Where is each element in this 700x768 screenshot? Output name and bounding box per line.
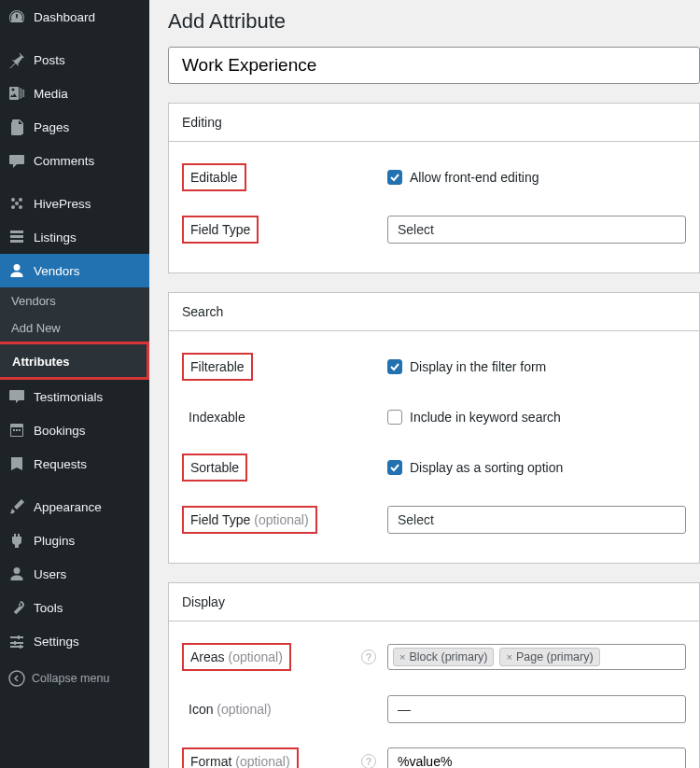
sidebar-item-label: Vendors — [34, 264, 80, 278]
user-icon — [7, 565, 26, 583]
label-icon: Icon (optional) — [182, 697, 278, 721]
format-input[interactable] — [387, 747, 686, 768]
panel-header-editing: Editing — [169, 104, 699, 142]
svg-point-3 — [19, 205, 22, 209]
sidebar-item-label: Testimonials — [34, 390, 103, 404]
collapse-icon — [7, 669, 26, 688]
sidebar-item-label: Pages — [34, 120, 69, 134]
submenu-item-vendors[interactable]: Vendors — [0, 287, 149, 314]
page-title: Add Attribute — [168, 9, 700, 34]
submenu-item-attributes[interactable]: Attributes — [1, 348, 145, 375]
collapse-menu[interactable]: Collapse menu — [0, 662, 149, 695]
tag-remove-icon[interactable]: × — [506, 651, 511, 663]
areas-tag-input[interactable]: ×Block (primary) ×Page (primary) — [387, 644, 686, 670]
sidebar-item-vendors[interactable]: Vendors — [0, 254, 149, 287]
label-editable: Editable — [182, 163, 246, 191]
listings-icon — [7, 228, 26, 246]
select-field-type-editing[interactable]: Select — [387, 216, 686, 244]
sidebar-item-bookings[interactable]: Bookings — [0, 413, 149, 447]
sidebar-item-label: Bookings — [34, 424, 86, 438]
pin-icon — [7, 50, 26, 69]
submenu-item-add-new[interactable]: Add New — [0, 314, 149, 342]
main-content: Add Attribute Editing Editable Allow fro… — [149, 0, 700, 768]
sidebar-item-appearance[interactable]: Appearance — [0, 490, 149, 524]
select-value: — — [398, 702, 411, 717]
panel-editing: Editing Editable Allow front-end editing… — [168, 103, 700, 273]
panel-header-display: Display — [169, 583, 699, 621]
sidebar-item-settings[interactable]: Settings — [0, 624, 149, 658]
requests-icon — [7, 454, 26, 473]
calendar-icon — [7, 421, 26, 440]
attribute-title-input[interactable] — [168, 47, 700, 84]
sidebar-item-label: Dashboard — [34, 10, 95, 24]
collapse-label: Collapse menu — [32, 672, 109, 685]
checkbox-indexable-label: Include in keyword search — [410, 410, 561, 425]
sidebar-item-listings[interactable]: Listings — [0, 220, 149, 254]
wrench-icon — [7, 598, 26, 617]
label-field-type-search: Field Type (optional) — [182, 506, 317, 534]
select-icon[interactable]: — — [387, 695, 686, 723]
sidebar-item-label: Comments — [34, 154, 94, 168]
select-value: Select — [398, 512, 434, 527]
sidebar-item-pages[interactable]: Pages — [0, 110, 149, 144]
tag-remove-icon[interactable]: × — [399, 651, 405, 663]
checkbox-filterable-label: Display in the filter form — [410, 359, 546, 374]
sidebar-item-posts[interactable]: Posts — [0, 43, 149, 77]
label-filterable: Filterable — [182, 353, 253, 381]
checkbox-editable[interactable] — [387, 170, 402, 185]
sidebar-item-label: Settings — [34, 635, 79, 649]
sidebar-item-comments[interactable]: Comments — [0, 144, 149, 177]
admin-sidebar: Dashboard Posts Media Pages Comments Hiv… — [0, 0, 149, 768]
sidebar-item-label: Plugins — [34, 534, 75, 548]
label-indexable: Indexable — [182, 405, 252, 429]
panel-header-search: Search — [169, 293, 699, 331]
checkbox-indexable[interactable] — [387, 410, 402, 425]
media-icon — [7, 84, 26, 103]
sidebar-item-hivepress[interactable]: HivePress — [0, 187, 149, 220]
sidebar-item-users[interactable]: Users — [0, 557, 149, 591]
panel-display: Display Areas (optional) ? ×Block (prima… — [168, 582, 700, 768]
testimonials-icon — [7, 387, 26, 406]
help-icon[interactable]: ? — [361, 649, 376, 664]
svg-point-2 — [11, 205, 15, 209]
plug-icon — [7, 531, 26, 550]
sidebar-item-label: Requests — [34, 457, 87, 471]
sidebar-item-label: HivePress — [34, 197, 91, 211]
brush-icon — [7, 497, 26, 516]
svg-point-4 — [15, 202, 19, 205]
label-field-type-editing: Field Type — [182, 216, 259, 244]
select-value: Select — [398, 222, 434, 237]
comments-icon — [7, 151, 26, 170]
label-areas: Areas (optional) — [182, 643, 291, 671]
sidebar-item-label: Appearance — [34, 500, 102, 514]
pages-icon — [7, 118, 26, 136]
select-field-type-search[interactable]: Select — [387, 506, 686, 534]
sidebar-item-plugins[interactable]: Plugins — [0, 524, 149, 557]
sidebar-item-testimonials[interactable]: Testimonials — [0, 380, 149, 413]
sidebar-item-tools[interactable]: Tools — [0, 591, 149, 624]
sidebar-item-label: Media — [34, 87, 68, 101]
sidebar-item-dashboard[interactable]: Dashboard — [0, 0, 149, 34]
sidebar-item-label: Listings — [34, 230, 77, 244]
hivepress-icon — [7, 194, 26, 213]
panel-search: Search Filterable Display in the filter … — [168, 292, 700, 564]
tag-block-primary[interactable]: ×Block (primary) — [393, 648, 494, 666]
checkbox-editable-label: Allow front-end editing — [410, 170, 539, 185]
svg-point-0 — [11, 198, 15, 202]
dashboard-icon — [7, 7, 26, 26]
checkbox-filterable[interactable] — [387, 359, 402, 374]
label-format: Format (optional) — [182, 747, 299, 768]
help-icon[interactable]: ? — [361, 754, 376, 768]
checkbox-sortable[interactable] — [387, 460, 402, 475]
checkbox-sortable-label: Display as a sorting option — [410, 460, 563, 475]
tag-page-primary[interactable]: ×Page (primary) — [499, 648, 599, 666]
sidebar-item-label: Users — [34, 567, 66, 581]
sidebar-item-label: Posts — [34, 53, 65, 67]
label-sortable: Sortable — [182, 454, 247, 482]
svg-point-1 — [19, 198, 22, 202]
sidebar-item-requests[interactable]: Requests — [0, 447, 149, 481]
vendors-submenu: Vendors Add New Attributes — [0, 287, 149, 380]
sidebar-item-label: Tools — [34, 601, 63, 615]
svg-point-5 — [9, 671, 24, 686]
sidebar-item-media[interactable]: Media — [0, 77, 149, 110]
